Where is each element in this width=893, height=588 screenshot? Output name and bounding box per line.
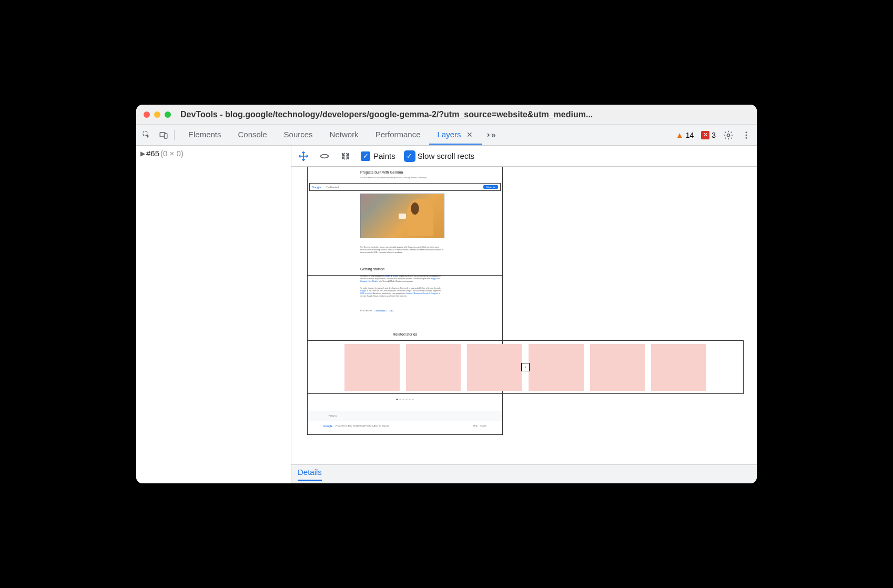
rotate-mode-icon[interactable] [319, 150, 330, 162]
paints-checkbox-group[interactable]: ✓ Paints [361, 151, 395, 161]
related-card [590, 344, 645, 391]
more-tabs-icon[interactable]: » [485, 130, 496, 140]
warning-icon: ▲ [676, 130, 684, 139]
svg-rect-2 [165, 134, 167, 138]
google-brand: Google [312, 186, 321, 189]
layers-toolbar: ✓ Paints ✓ Slow scroll rects [291, 146, 757, 167]
posted-tag: Developers [374, 310, 387, 312]
tab-network[interactable]: Network [321, 125, 367, 145]
close-window-button[interactable] [144, 111, 150, 118]
main-toolbar: Elements Console Sources Network Perform… [136, 125, 757, 146]
paints-checkbox[interactable]: ✓ [361, 151, 370, 161]
panel-tabs: Elements Console Sources Network Perform… [180, 125, 496, 145]
related-stories-heading: Related stories [393, 332, 418, 336]
toolbar-left-icons [141, 130, 175, 140]
main-area: ▶ #65 (0 × 0) [136, 146, 757, 483]
preview-subtitle: Our first Gemma launch in February has g… [360, 177, 439, 179]
errors-count: 3 [712, 131, 716, 139]
related-card [406, 344, 461, 391]
error-icon: ✕ [701, 131, 709, 139]
footer-links: Privacy Terms About Google Google Produc… [336, 425, 389, 427]
details-panel: Details [291, 464, 757, 483]
page-layer[interactable]: Projects built with Gemma Our first Gemm… [307, 167, 503, 435]
more-menu-icon[interactable] [741, 130, 752, 140]
tab-elements[interactable]: Elements [180, 125, 230, 145]
related-card [529, 344, 584, 391]
layers-viewport[interactable]: Projects built with Gemma Our first Gemm… [291, 167, 757, 464]
devtools-window: DevTools - blog.google/technology/develo… [136, 105, 757, 483]
errors-badge[interactable]: ✕ 3 [701, 131, 716, 139]
footer-follow-row: Follow Us [308, 411, 502, 421]
preview-section-title: Projects built with Gemma [360, 170, 403, 174]
settings-icon[interactable] [723, 130, 734, 140]
keyword-text: The Keyword [326, 186, 339, 188]
maximize-window-button[interactable] [165, 111, 171, 118]
paints-label: Paints [373, 151, 395, 160]
warnings-badge[interactable]: ▲ 14 [676, 130, 694, 139]
layer-dimensions: (0 × 0) [160, 149, 184, 158]
carousel-next-icon: › [521, 363, 530, 371]
posted-tag-2: AI [389, 310, 394, 312]
pan-mode-icon[interactable] [298, 150, 309, 162]
close-icon[interactable]: ✕ [465, 130, 474, 139]
device-toolbar-icon[interactable] [158, 130, 169, 140]
svg-point-5 [746, 134, 747, 136]
layers-content: ✓ Paints ✓ Slow scroll rects Projects bu… [291, 146, 757, 483]
related-card [651, 344, 706, 391]
titlebar: DevTools - blog.google/technology/develo… [136, 105, 757, 125]
preview-section-2: Getting started [360, 267, 384, 271]
layers-sidebar: ▶ #65 (0 × 0) [136, 146, 291, 483]
footer-lang: English [481, 425, 486, 427]
footer-help: Help [473, 425, 477, 427]
related-stories-layer[interactable]: › [307, 340, 744, 394]
toolbar-right: ▲ 14 ✕ 3 [676, 130, 752, 140]
preview-paragraph-1: Our Gemma family has proven exceptionall… [360, 246, 444, 254]
preview-nav-bar: Google The Keyword Subscribe [309, 183, 501, 191]
posted-in-row: POSTED IN: Developers AI [360, 309, 394, 312]
layer-tree-item[interactable]: ▶ #65 (0 × 0) [140, 149, 287, 158]
tab-console[interactable]: Console [230, 125, 276, 145]
tab-performance[interactable]: Performance [367, 125, 429, 145]
inspect-element-icon[interactable] [141, 130, 152, 140]
subscribe-button: Subscribe [483, 185, 498, 189]
layer-name: #65 [146, 149, 159, 158]
follow-us-label: Follow Us [329, 415, 337, 417]
chevron-right-icon: ▶ [140, 150, 145, 157]
svg-point-4 [746, 131, 747, 133]
slow-scroll-checkbox-group[interactable]: ✓ Slow scroll rects [405, 151, 474, 161]
footer-links-row: Google Privacy Terms About Google Google… [308, 422, 502, 430]
related-card [344, 344, 400, 391]
layers-canvas[interactable]: Projects built with Gemma Our first Gemm… [307, 167, 744, 451]
preview-video-thumb [360, 194, 444, 238]
warnings-count: 14 [686, 131, 694, 139]
slow-scroll-label: Slow scroll rects [418, 151, 474, 160]
slow-scroll-checkbox[interactable]: ✓ [405, 151, 414, 161]
details-tab[interactable]: Details [298, 468, 322, 481]
reset-view-icon[interactable] [340, 150, 351, 162]
svg-point-6 [746, 137, 747, 138]
minimize-window-button[interactable] [154, 111, 160, 118]
page-indicator [397, 399, 414, 400]
traffic-lights [144, 111, 171, 118]
window-title: DevTools - blog.google/technology/develo… [180, 110, 749, 119]
tab-sources[interactable]: Sources [276, 125, 321, 145]
preview-paragraph-2: Gemma 2 is now available in Google AI St… [360, 275, 444, 283]
svg-point-3 [727, 134, 730, 136]
posted-in-label: POSTED IN: [360, 309, 372, 312]
footer-google-logo: Google [323, 424, 332, 428]
tab-layers-label: Layers [438, 130, 461, 139]
related-card [467, 344, 522, 391]
preview-paragraph-3: To make it easier for research and devel… [360, 287, 444, 298]
tab-layers[interactable]: Layers ✕ [429, 125, 482, 145]
